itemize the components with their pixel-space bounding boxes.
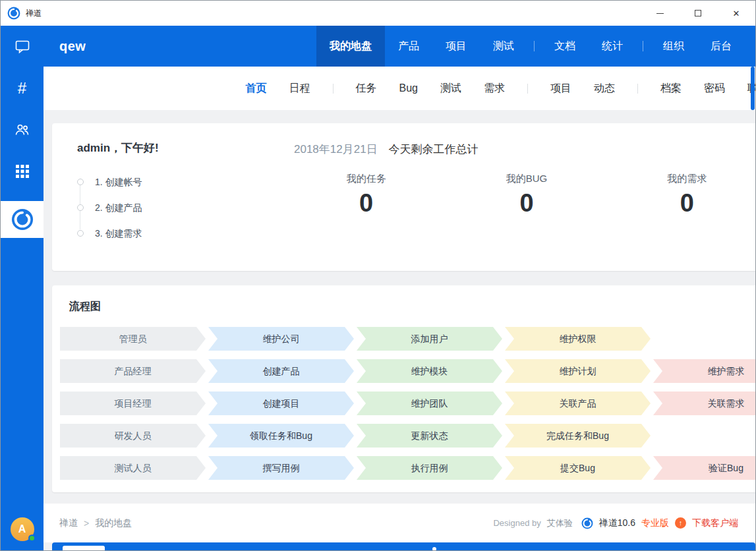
step-create-account[interactable]: 1. 创建帐号 [77,177,286,188]
close-button[interactable]: ✕ [717,1,755,26]
workspace-name: qew [59,39,86,54]
stat-my-stories: 我的需求 0 [607,173,755,218]
flow-row-tester: 测试人员 撰写用例 执行用例 提交Bug 验证Bug [60,456,755,480]
main-area: qew 我的地盘 产品 项目 测试 文档 统计 组织 后台 首页 日程 任务 B… [44,26,755,550]
flow-step[interactable]: 关联产品 [505,392,651,415]
flow-step[interactable]: 创建项目 [208,392,354,415]
top-nav-items: 我的地盘 产品 项目 测试 文档 统计 组织 后台 [316,26,745,67]
sidebar-item-zentao[interactable] [1,201,44,238]
flow-step[interactable]: 领取任务和Bug [208,424,354,448]
zentao-logo-icon [11,208,34,231]
nav-divider [643,41,643,51]
step-create-story[interactable]: 3. 创建需求 [77,228,286,240]
bottom-panel-header [52,542,755,550]
hash-icon: # [18,79,26,98]
avatar-initial: A [18,523,26,535]
nav-project[interactable]: 项目 [432,26,480,67]
flow-step[interactable]: 维护公司 [208,327,354,351]
subnav-story[interactable]: 需求 [484,82,505,96]
subnav-project[interactable]: 项目 [550,82,571,96]
stat-value[interactable]: 0 [446,189,606,218]
subnav-password[interactable]: 密码 [704,82,725,96]
download-client-link[interactable]: 下载客户端 [692,517,738,529]
subnav-bug[interactable]: Bug [399,82,418,94]
sidebar-item-apps[interactable] [1,157,44,186]
designed-by-label: Designed by [493,518,540,528]
flow-step[interactable]: 关联需求 [653,392,755,415]
bottom-panel-tab[interactable] [63,546,105,550]
sub-navbar: 首页 日程 任务 Bug 测试 需求 项目 动态 档案 密码 联 [44,67,755,110]
breadcrumb-separator: > [84,518,89,529]
edition-link[interactable]: 专业版 [641,517,669,529]
stat-label: 我的需求 [607,173,755,185]
summary-header: 2018年12月21日 今天剩余工作总计 [294,142,755,157]
subnav-test[interactable]: 测试 [440,82,461,96]
flowchart-card: 流程图 管理员 维护公司 添加用户 维护权限 产品经理 创建产品 维护模块 维护… [52,285,755,492]
flow-step[interactable]: 添加用户 [357,327,502,351]
users-icon [15,122,30,138]
app-title: 禅道 [26,8,42,19]
window-controls: ✕ [641,1,755,26]
subnav-dynamic[interactable]: 动态 [594,82,615,96]
sidebar-item-topics[interactable]: # [1,74,44,103]
minimize-icon [656,13,664,14]
subnav-calendar[interactable]: 日程 [289,82,310,96]
flow-step[interactable]: 创建产品 [208,359,354,383]
subnav-divider [527,84,528,94]
flow-row-developer: 研发人员 领取任务和Bug 更新状态 完成任务和Bug [60,424,755,448]
designer-link[interactable]: 艾体验 [547,517,573,529]
stat-value[interactable]: 0 [286,189,446,218]
flow-step[interactable]: 维护计划 [505,359,651,383]
stat-my-bugs: 我的BUG 0 [446,173,606,218]
nav-admin[interactable]: 后台 [697,26,745,67]
zentao-logo-icon [7,7,20,20]
nav-my-dashboard[interactable]: 我的地盘 [316,26,385,67]
flow-role: 管理员 [60,327,206,351]
minimize-button[interactable] [641,1,679,26]
maximize-button[interactable] [679,1,717,26]
step-create-product[interactable]: 2. 创建产品 [77,202,286,214]
sidebar-item-messages[interactable] [1,32,44,61]
subnav-doc[interactable]: 档案 [660,82,682,96]
nav-divider [534,41,535,51]
stat-value[interactable]: 0 [607,189,755,218]
nav-test[interactable]: 测试 [480,26,527,67]
nav-report[interactable]: 统计 [589,26,636,67]
nav-product[interactable]: 产品 [385,26,432,67]
breadcrumb-app[interactable]: 禅道 [59,517,78,529]
version-label: 禅道10.6 [599,517,635,529]
flow-step[interactable]: 更新状态 [357,424,502,448]
flow-step[interactable]: 维护团队 [357,392,502,415]
welcome-right: 2018年12月21日 今天剩余工作总计 我的任务 0 我的BUG 0 [286,123,755,271]
flow-role: 产品经理 [60,359,206,383]
app-window: 禅道 ✕ # [0,0,756,551]
greeting-text: admin，下午好! [77,140,286,156]
flow-step[interactable]: 验证Bug [653,456,755,480]
flow-step[interactable]: 维护权限 [505,327,651,351]
stat-my-tasks: 我的任务 0 [286,173,446,218]
active-indicator-dot [3,218,5,220]
flow-step[interactable]: 完成任务和Bug [505,424,651,448]
footer: 禅道 > 我的地盘 Designed by 艾体验 禅道10.6 专业版 ↑ [44,504,755,542]
flow-row-product-manager: 产品经理 创建产品 维护模块 维护计划 维护需求 [60,359,755,383]
avatar[interactable]: A [11,517,34,541]
nav-doc[interactable]: 文档 [541,26,589,67]
flow-step[interactable]: 撰写用例 [208,456,354,480]
flow-step[interactable]: 维护模块 [357,359,502,383]
subnav-home[interactable]: 首页 [246,82,267,96]
flow-step[interactable]: 提交Bug [505,456,651,480]
stat-label: 我的BUG [446,173,606,185]
vertical-scrollbar-thumb[interactable] [751,67,755,110]
update-icon[interactable]: ↑ [675,517,686,529]
subnav-task[interactable]: 任务 [356,82,377,96]
flow-role: 项目经理 [60,392,206,415]
sidebar-item-contacts[interactable] [1,115,44,144]
nav-org[interactable]: 组织 [650,26,697,67]
current-date: 2018年12月21日 [294,143,378,156]
chat-icon [15,39,30,55]
flow-step[interactable]: 执行用例 [357,456,502,480]
flow-step[interactable]: 维护需求 [653,359,755,383]
sidebar: # [1,26,44,550]
top-navbar: qew 我的地盘 产品 项目 测试 文档 统计 组织 后台 [44,26,755,67]
subnav-divider [333,84,334,94]
